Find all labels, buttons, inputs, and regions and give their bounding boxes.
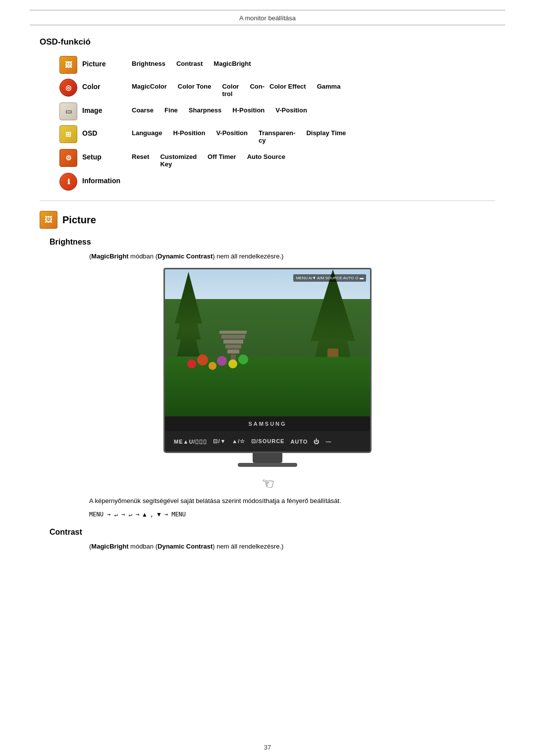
brightness-menu-nav: MENU → ↵ → ↵ → ▲ , ▼ → MENU [89, 511, 495, 518]
osd-item: Contrast [176, 60, 203, 67]
osd-row-setup: ⚙ Setup Reset CustomizedKey Off Timer Au… [59, 149, 495, 168]
brightness-title: Brightness [50, 238, 495, 247]
note-suffix: ) nem áll rendelkezésre.) [213, 252, 283, 260]
osd-item: Brightness [132, 60, 165, 67]
brightness-note: (MagicBright módban (Dynamic Contrast) n… [89, 252, 495, 260]
note-bold2: Dynamic Contrast [158, 252, 213, 260]
osd-item: Color Tone [178, 83, 212, 98]
flower-red [187, 359, 196, 368]
osd-section-title: OSD-funkció [40, 37, 495, 47]
osd-row-information: ℹ Information [59, 173, 495, 191]
flowers-area [185, 352, 249, 382]
osd-item: H-Position [173, 129, 205, 144]
note-mid: módban ( [128, 252, 158, 260]
samsung-brand: SAMSUNG [248, 421, 286, 427]
note-bold1: MagicBright [91, 252, 128, 260]
ctrl-2: ⊡/▼ [213, 438, 226, 445]
color-icon: ◎ [59, 79, 77, 97]
information-icon: ℹ [59, 173, 77, 191]
setup-icon: ⚙ [59, 149, 77, 167]
osd-items-osd: Language H-Position V-Position Transpare… [132, 125, 357, 144]
osd-row-image: ▭ Image Coarse Fine Sharpness H-Position… [59, 102, 495, 120]
osd-items-setup: Reset CustomizedKey Off Timer Auto Sourc… [132, 149, 296, 168]
ctrl-6: ⏻ [314, 439, 320, 445]
osd-label-information: Information [82, 173, 132, 185]
hand-area: ☞ [40, 475, 495, 492]
osd-overlay: MENU A/▼ A/M SOURCE AUTO ⊙ ▬ [293, 274, 366, 282]
osd-item: Con- [250, 83, 265, 98]
monitor-controls-text: ME▲U/⌷⌷⌷ [174, 439, 207, 445]
osd-item: Color Effect [269, 83, 306, 98]
osd-item: Sharpness [189, 106, 221, 114]
osd-icon: ⊞ [59, 125, 77, 143]
monitor-wrapper: MENU A/▼ A/M SOURCE AUTO ⊙ ▬ SAMSUNG ME▲… [163, 268, 372, 467]
osd-item: H-Position [232, 106, 265, 114]
osd-table: 🖼 Picture Brightness Contrast MagicBrigh… [59, 56, 495, 191]
osd-item: Reset [132, 153, 149, 168]
header-title: A monitor beállítása [0, 10, 535, 25]
flower-green [238, 354, 248, 364]
pagoda-tier4 [225, 345, 241, 349]
monitor-stand [253, 453, 282, 463]
osd-item: Display Time [306, 129, 346, 144]
samsung-bar: SAMSUNG [163, 416, 372, 431]
osd-item: Gamma [317, 83, 341, 98]
page-number: 37 [264, 744, 271, 751]
contrast-note-bold2: Dynamic Contrast [158, 543, 213, 550]
osd-items-picture: Brightness Contrast MagicBright [132, 56, 262, 67]
ctrl-4: ⊡/SOURCE [251, 438, 284, 445]
picture-section-title: Picture [62, 214, 96, 226]
monitor-container: MENU A/▼ A/M SOURCE AUTO ⊙ ▬ SAMSUNG ME▲… [40, 268, 495, 467]
osd-label-picture: Picture [82, 56, 132, 68]
osd-row-color: ◎ Color MagicColor Color Tone Colortrol … [59, 79, 495, 98]
osd-item: Language [132, 129, 162, 144]
osd-row-osd: ⊞ OSD Language H-Position V-Position Tra… [59, 125, 495, 144]
flower-yellow [228, 359, 237, 368]
osd-items-color: MagicColor Color Tone Colortrol Con- Col… [132, 79, 351, 98]
osd-item: CustomizedKey [160, 153, 197, 168]
picture-icon: 🖼 [59, 56, 77, 74]
osd-label-setup: Setup [82, 149, 132, 161]
section-divider [40, 201, 495, 201]
osd-item: MagicColor [132, 83, 167, 98]
osd-item: Fine [164, 106, 178, 114]
contrast-note-suffix: ) nem áll rendelkezésre.) [213, 543, 283, 550]
osd-item: V-Position [216, 129, 248, 144]
monitor-controls-bar: ME▲U/⌷⌷⌷ ⊡/▼ ▲/☆ ⊡/SOURCE AUTO ⏻ — [163, 431, 372, 453]
ctrl-3: ▲/☆ [232, 438, 245, 445]
osd-item: MagicBright [214, 60, 251, 67]
osd-row-picture: 🖼 Picture Brightness Contrast MagicBrigh… [59, 56, 495, 74]
osd-item: Off Timer [208, 153, 236, 168]
page-footer: 37 [0, 744, 535, 751]
flower-purple [217, 356, 227, 366]
ctrl-5: AUTO [290, 439, 308, 445]
flower-red2 [197, 354, 208, 365]
osd-label-osd: OSD [82, 125, 132, 137]
osd-item: Colortrol [222, 83, 239, 98]
osd-item: Transparen-cy [259, 129, 295, 144]
pagoda-tier1 [219, 331, 247, 334]
osd-item: V-Position [275, 106, 307, 114]
osd-items-image: Coarse Fine Sharpness H-Position V-Posit… [132, 102, 318, 114]
page-container: A monitor beállítása OSD-funkció 🖼 Pictu… [0, 10, 535, 756]
brightness-desc: A képernyőmenük segítségével saját belát… [89, 496, 495, 506]
pagoda-tier3 [223, 340, 243, 344]
contrast-note-mid: módban ( [128, 543, 158, 550]
contrast-note-bold1: MagicBright [91, 543, 128, 550]
image-icon: ▭ [59, 102, 77, 120]
ctrl-7: — [325, 439, 331, 445]
picture-section: 🖼 Picture Brightness (MagicBright módban… [40, 211, 495, 550]
osd-label-color: Color [82, 79, 132, 91]
picture-heading: 🖼 Picture [40, 211, 495, 229]
osd-label-image: Image [82, 102, 132, 114]
osd-item: Coarse [132, 106, 154, 114]
content: OSD-funkció 🖼 Picture Brightness Contras… [40, 25, 495, 550]
monitor-base [238, 463, 297, 467]
flower-orange [209, 362, 216, 370]
picture-section-icon: 🖼 [40, 211, 57, 229]
monitor-screen: MENU A/▼ A/M SOURCE AUTO ⊙ ▬ [163, 268, 372, 416]
contrast-note: (MagicBright módban (Dynamic Contrast) n… [89, 543, 495, 550]
osd-item: Auto Source [247, 153, 285, 168]
hand-pointer: ☞ [260, 474, 276, 493]
contrast-title: Contrast [50, 528, 495, 537]
